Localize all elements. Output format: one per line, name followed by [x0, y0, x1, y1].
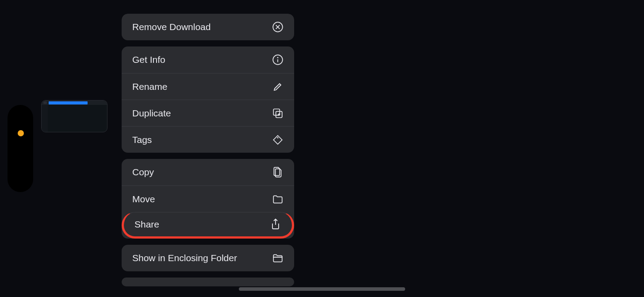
menu-item-tags[interactable]: Tags	[122, 126, 294, 153]
screen: Remove Download Get Info	[0, 0, 644, 297]
menu-label: Tags	[132, 135, 152, 145]
menu-label: Share	[134, 219, 159, 230]
side-pill-dot	[18, 130, 24, 136]
menu-label: Get Info	[132, 54, 165, 65]
thumb-selection-bar	[49, 101, 88, 104]
menu-item-get-info[interactable]: Get Info	[122, 46, 294, 73]
thumb-sidebar	[42, 105, 48, 132]
menu-item-rename[interactable]: Rename	[122, 73, 294, 100]
menu-label: Show in Enclosing Folder	[132, 253, 237, 263]
duplicate-icon	[272, 108, 284, 119]
menu-group-5	[122, 278, 294, 286]
menu-group-3: Copy Move Share	[122, 159, 294, 239]
home-indicator[interactable]	[239, 287, 405, 291]
file-thumbnail[interactable]	[41, 100, 107, 132]
pencil-icon	[272, 81, 284, 93]
menu-label: Remove Download	[132, 22, 211, 32]
menu-item-duplicate[interactable]: Duplicate	[122, 100, 294, 126]
menu-item-copy[interactable]: Copy	[122, 159, 294, 185]
menu-item-share[interactable]: Share	[122, 212, 294, 239]
info-icon	[272, 54, 284, 66]
folder-icon	[272, 193, 284, 205]
menu-group-1: Remove Download	[122, 14, 294, 40]
menu-item-show-enclosing[interactable]: Show in Enclosing Folder	[122, 245, 294, 271]
tag-icon	[272, 134, 284, 146]
copy-icon	[272, 166, 284, 178]
menu-item-remove-download[interactable]: Remove Download	[122, 14, 294, 40]
context-menu: Remove Download Get Info	[122, 14, 294, 293]
menu-label: Duplicate	[132, 108, 171, 119]
thumb-traffic-dot	[43, 101, 47, 104]
menu-group-2: Get Info Rename Duplicat	[122, 46, 294, 153]
remove-download-icon	[272, 21, 284, 33]
menu-item-move[interactable]: Move	[122, 185, 294, 212]
menu-label: Rename	[132, 81, 167, 92]
menu-label: Copy	[132, 167, 154, 177]
side-pill	[8, 105, 33, 192]
menu-group-4: Show in Enclosing Folder	[122, 245, 294, 271]
menu-label: Move	[132, 194, 155, 204]
svg-point-2	[277, 57, 279, 58]
svg-point-5	[277, 137, 279, 138]
share-icon	[270, 219, 281, 230]
folder-open-icon	[272, 252, 284, 264]
